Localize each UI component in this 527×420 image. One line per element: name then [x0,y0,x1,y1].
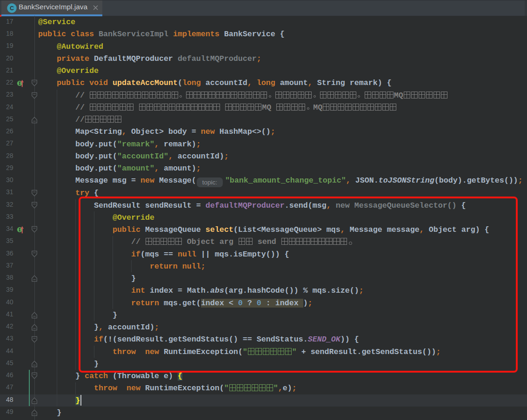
svg-text:C: C [10,5,14,12]
